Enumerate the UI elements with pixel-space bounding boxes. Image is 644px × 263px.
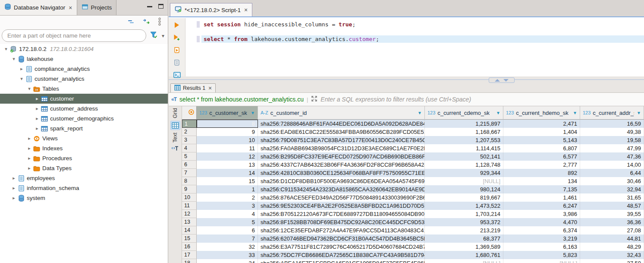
grid-cell[interactable]: 37,50 [580, 259, 644, 263]
grid-cell[interactable]: 1,128,748 [425, 161, 503, 169]
column-header-c_customer_sk[interactable]: 123c_customer_sk▼ [197, 106, 258, 120]
grid-cell[interactable]: 47,36 [580, 152, 644, 161]
row-number[interactable]: 7 [182, 169, 197, 177]
grid-cell[interactable]: 4 [197, 210, 258, 218]
row-number[interactable]: 2 [182, 128, 197, 136]
tree-item-employees[interactable]: ▸employees [0, 173, 168, 183]
grid-cell[interactable]: 8 [197, 120, 258, 128]
execute-new-tab-icon[interactable] [173, 34, 181, 41]
grid-cell[interactable]: sha256:75DC7FCB6686EDA72565C1B838CA7FC43… [258, 251, 425, 259]
minimize-icon[interactable] [147, 4, 152, 7]
grid-cell[interactable]: 1,404 [503, 128, 580, 136]
grid-cell[interactable]: 1 [197, 185, 258, 193]
tab-projects[interactable]: Projects [77, 0, 117, 15]
grid-cell[interactable]: 6,247 [503, 202, 580, 210]
grid-cell[interactable]: 6,44 [580, 169, 644, 177]
grid-cell[interactable]: 10 [197, 136, 258, 144]
row-number[interactable]: 3 [182, 136, 197, 144]
grid-cell[interactable]: sha256:9E52303CE4FBA2E2F0525E8A5BFBD2C1A… [258, 202, 425, 210]
code-line[interactable] [186, 28, 644, 35]
grid-cell[interactable]: 68,377 [425, 234, 503, 243]
tree-item-customer-analytics[interactable]: ▾customer_analytics [0, 74, 168, 84]
row-number[interactable]: 15 [182, 234, 197, 243]
grid-cell[interactable]: 27,08 [580, 226, 644, 234]
grid-cell[interactable]: 7,135 [503, 185, 580, 193]
code-line[interactable]: set session hide_inaccessible_columns = … [186, 21, 644, 28]
grid-cell[interactable]: sha256:E3A77511F81C7289C76C4065217D5D406… [258, 243, 425, 251]
row-number[interactable]: 5 [182, 152, 197, 161]
row-number[interactable]: 12 [182, 210, 197, 218]
row-number[interactable]: 11 [182, 202, 197, 210]
chevron-down-icon[interactable]: ▾ [162, 33, 164, 39]
link-with-editor-icon[interactable] [142, 19, 151, 26]
chevron-expanded-icon[interactable]: ▾ [10, 56, 17, 62]
grid-cell[interactable]: 34 [197, 259, 258, 263]
object-search-input[interactable] [2, 29, 146, 42]
chevron-collapsed-icon[interactable]: ▸ [34, 96, 41, 101]
tree-item-information-schema[interactable]: ▸information_schema [0, 183, 168, 193]
grid-cell[interactable]: sha256:42810C83B0360CE125634F068BAF8FF75… [258, 169, 425, 177]
grid-cell[interactable]: sha256:FA0ABB6943B98054FC31D12D3E3AEC689… [258, 144, 425, 152]
grid-cell[interactable]: 953,372 [425, 218, 503, 226]
tree-item-customer-demographics[interactable]: ▸customer_demographics [0, 114, 168, 124]
chevron-collapsed-icon[interactable]: ▸ [34, 106, 41, 111]
text-view-icon[interactable] [172, 145, 179, 153]
code-line[interactable]: select * from lakehouse.customer_analyti… [186, 35, 644, 43]
grid-cell[interactable]: sha256:C9115342454A2323DA815865CAA326064… [258, 185, 425, 193]
grid-cell[interactable]: 892 [503, 169, 580, 177]
grid-cell[interactable]: 5,823 [503, 251, 580, 259]
tree-item-spark-report[interactable]: ▸spark_report [0, 124, 168, 133]
grid-cell[interactable]: 44,81 [580, 234, 644, 243]
splitter-line[interactable] [169, 79, 644, 80]
grid-cell[interactable]: 929,344 [425, 169, 503, 177]
chevron-collapsed-icon[interactable]: ▸ [26, 146, 33, 151]
grid-cell[interactable]: 980,124 [425, 185, 503, 193]
tree-item-compliance-analytics[interactable]: ▸compliance_analytics [0, 64, 168, 74]
row-number[interactable]: 13 [182, 218, 197, 226]
column-header-c_current_cdemo_sk[interactable]: 123c_current_cdemo_sk▼ [425, 106, 503, 120]
column-dropdown-icon[interactable]: ▼ [415, 111, 422, 115]
grid-cell[interactable]: 1,168,667 [425, 128, 503, 136]
column-dropdown-icon[interactable]: ▼ [634, 111, 641, 115]
chevron-collapsed-icon[interactable]: ▸ [10, 185, 17, 191]
grid-cell[interactable]: sha256:72888646ABF61FA044EDEC061D6DA5A09… [258, 120, 425, 128]
close-icon[interactable]: × [244, 6, 248, 13]
grid-cell[interactable]: 12 [197, 152, 258, 161]
column-dropdown-icon[interactable]: ▼ [248, 111, 255, 115]
grid-cell[interactable]: 30,46 [580, 177, 644, 185]
column-header-c_customer_id[interactable]: A-Zc_customer_id▼ [258, 106, 425, 120]
tree-item-tables[interactable]: ▾Tables [0, 84, 168, 94]
expand-icon[interactable] [311, 95, 317, 103]
grid-cell[interactable]: sha256:B705122120A673FC7DE6889727DB11809… [258, 210, 425, 218]
grid-cell[interactable]: 15 [197, 177, 258, 185]
execute-statement-icon[interactable] [173, 22, 181, 29]
grid-cell[interactable]: 32,94 [580, 185, 644, 193]
grid-cell[interactable]: sha256:4337C7AB6432E3B06FF4A3636FD2F8CC8… [258, 161, 425, 169]
chevron-expanded-icon[interactable]: ▾ [3, 46, 9, 52]
grid-cell[interactable]: sha256:620746BED947362BCD6CF31B0A4C547DD… [258, 234, 425, 243]
grid-cell[interactable]: 6,163 [503, 243, 580, 251]
grid-cell[interactable]: 19,58 [580, 136, 644, 144]
row-number[interactable]: 14 [182, 226, 197, 234]
grid-cell[interactable]: 48,57 [580, 202, 644, 210]
grid-cell[interactable]: sha256:8F1528BB708DF69EB475DC92A8C20EC44… [258, 218, 425, 226]
grid-cell[interactable]: 2,471 [503, 120, 580, 128]
collapse-all-icon[interactable] [127, 19, 135, 26]
grid-cell[interactable]: 14,00 [580, 161, 644, 169]
grid-cell[interactable]: 39,55 [580, 210, 644, 218]
chevron-collapsed-icon[interactable]: ▸ [34, 126, 41, 131]
grid-cell[interactable]: 1,215,897 [425, 120, 503, 128]
grid-cell[interactable]: sha256:12CE35EFDABF272A4A47E9FA9CC5D4113… [258, 226, 425, 234]
grid-cell[interactable]: 5,143 [503, 136, 580, 144]
grid-cell[interactable]: sha256:79D08751C3EA7C83BA57D177E00413D0C… [258, 136, 425, 144]
grid-cell[interactable]: 13 [197, 161, 258, 169]
grid-cell[interactable]: sha256:D1CDF8DBB10F500EA9693C86DE6DEAA05… [258, 177, 425, 185]
tree-item-lakehouse[interactable]: ▾lakehouse [0, 54, 168, 64]
grid-cell[interactable]: sha256:EAD8E61C8C22E555834FBBA9B60556CB2… [258, 128, 425, 136]
code-area[interactable]: set session hide_inaccessible_columns = … [186, 18, 644, 76]
explain-plan-icon[interactable] [173, 59, 181, 66]
grid-view-icon[interactable] [170, 121, 180, 130]
grid-cell[interactable]: 7 [197, 234, 258, 243]
grid-cell[interactable]: sha256:ABEA16E7E1ECBDCA6E01CE1095D84F37C… [258, 259, 425, 263]
grid-cell[interactable]: 1,473,522 [425, 202, 503, 210]
